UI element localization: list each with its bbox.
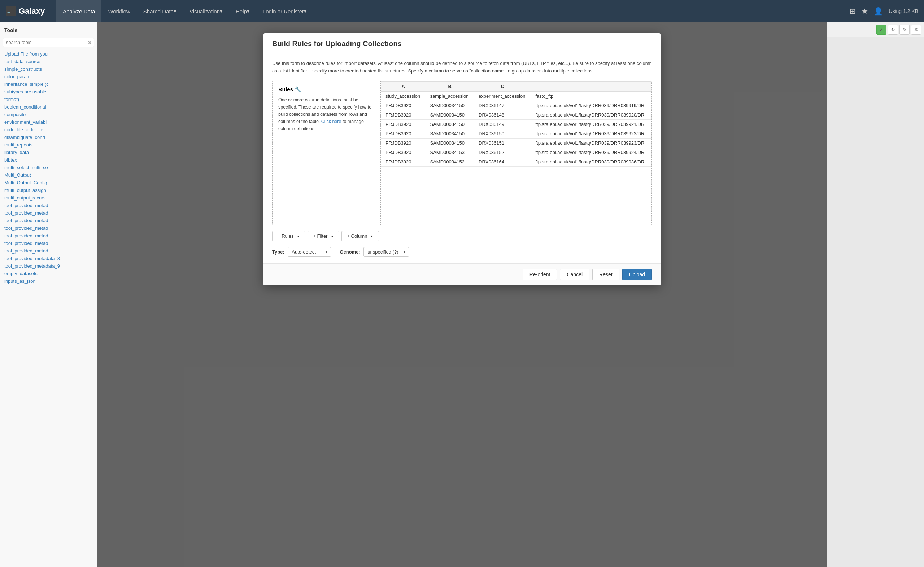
sidebar-link-3[interactable]: color_param	[0, 73, 97, 80]
grid-icon[interactable]: ⊞	[850, 7, 856, 15]
sidebar-link-4[interactable]: inheritance_simple (c	[0, 80, 97, 88]
right-panel-close-icon[interactable]: ✕	[911, 24, 921, 34]
cell-4-3: ftp.sra.ebi.ac.uk/vol1/fastq/DRR039/DRR0…	[531, 138, 652, 147]
data-table: A B C study_accession sample_accession e…	[381, 81, 652, 166]
rules-button-caret: ▲	[296, 234, 300, 238]
reset-button[interactable]: Reset	[592, 269, 619, 280]
sidebar-link-21[interactable]: tool_provided_metad	[0, 209, 97, 217]
cell-5-1: SAMD00034153	[425, 147, 474, 157]
sidebar-link-22[interactable]: tool_provided_metad	[0, 217, 97, 224]
sidebar-link-13[interactable]: library_data	[0, 148, 97, 156]
sidebar-link-30[interactable]: inputs_as_json	[0, 278, 97, 285]
sidebar-link-17[interactable]: Multi_Output_Config	[0, 179, 97, 186]
sidebar-link-26[interactable]: tool_provided_metad	[0, 247, 97, 255]
sidebar-link-7[interactable]: boolean_conditional	[0, 103, 97, 111]
genome-select[interactable]: unspecified (?)	[364, 247, 409, 257]
modal-title: Build Rules for Uploading Collections	[272, 40, 402, 48]
sidebar-link-9[interactable]: environment_variabl	[0, 118, 97, 126]
search-input[interactable]	[3, 38, 94, 47]
table-row: PRJDB3920SAMD00034150DRX036149ftp.sra.eb…	[381, 119, 652, 129]
table-row: PRJDB3920SAMD00034150DRX036150ftp.sra.eb…	[381, 129, 652, 138]
filter-button[interactable]: + Filter ▲	[308, 231, 339, 241]
search-clear-icon[interactable]: ✕	[87, 39, 92, 46]
right-panel: ✓ ↻ ✎ ✕	[826, 22, 924, 567]
modal-dialog: Build Rules for Uploading Collections Us…	[263, 33, 661, 285]
nav-shared-data[interactable]: Shared Data▾	[137, 0, 183, 22]
cell-1-0: PRJDB3920	[381, 110, 426, 119]
user-icon[interactable]: 👤	[874, 7, 883, 15]
galaxy-logo-icon: ≡	[6, 6, 16, 16]
cell-0-0: PRJDB3920	[381, 100, 426, 110]
col-subheader-experiment: experiment_accession	[474, 91, 531, 100]
sidebar-link-24[interactable]: tool_provided_metad	[0, 232, 97, 240]
upload-button[interactable]: Upload	[622, 269, 652, 280]
sidebar-link-10[interactable]: code_file code_file	[0, 126, 97, 134]
sidebar-link-15[interactable]: multi_select multi_se	[0, 164, 97, 171]
sidebar-link-23[interactable]: tool_provided_metad	[0, 224, 97, 232]
sidebar-link-28[interactable]: tool_provided_metadata_9	[0, 262, 97, 270]
column-button[interactable]: + Column ▲	[341, 231, 379, 241]
reorient-button[interactable]: Re-orient	[523, 269, 557, 280]
sidebar-link-11[interactable]: disambiguate_cond	[0, 134, 97, 141]
cell-3-2: DRX036150	[474, 129, 531, 138]
sidebar-link-8[interactable]: composite	[0, 111, 97, 118]
sidebar-link-19[interactable]: multi_output_recurs	[0, 194, 97, 202]
cell-6-1: SAMD00034152	[425, 157, 474, 166]
content-area: Build Rules for Uploading Collections Us…	[98, 22, 826, 567]
sidebar-link-27[interactable]: tool_provided_metadata_8	[0, 255, 97, 262]
top-navbar: ≡ Galaxy Analyze Data Workflow Shared Da…	[0, 0, 924, 22]
sidebar-header: Tools	[0, 25, 97, 36]
col-subheader-sample: sample_accession	[425, 91, 474, 100]
sidebar-link-0[interactable]: Upload File from you	[0, 50, 97, 58]
sidebar-link-29[interactable]: empty_datasets	[0, 270, 97, 278]
column-button-caret: ▲	[370, 234, 374, 238]
sidebar-link-1[interactable]: test_data_source	[0, 58, 97, 65]
sidebar-link-14[interactable]: bibtex	[0, 156, 97, 164]
modal-body: Use this form to describe rules for impo…	[263, 53, 661, 263]
rules-button[interactable]: + Rules ▲	[272, 231, 305, 241]
sidebar-link-18[interactable]: multi_output_assign_	[0, 186, 97, 194]
right-panel-check-icon[interactable]: ✓	[876, 24, 886, 34]
star-icon[interactable]: ★	[862, 7, 868, 15]
col-header-c: C	[474, 81, 531, 91]
cell-6-3: ftp.sra.ebi.ac.uk/vol1/fastq/DRR039/DRR0…	[531, 157, 652, 166]
type-select[interactable]: Auto-detect	[288, 247, 331, 257]
rules-title-text: Rules 🔧	[278, 86, 301, 93]
table-row: PRJDB3920SAMD00034152DRX036164ftp.sra.eb…	[381, 157, 652, 166]
cell-5-2: DRX036152	[474, 147, 531, 157]
right-panel-toolbar: ✓ ↻ ✎ ✕	[827, 22, 924, 37]
click-here-link[interactable]: Click here	[321, 119, 341, 124]
right-panel-refresh-icon[interactable]: ↻	[888, 24, 898, 34]
rules-action-buttons: + Rules ▲ + Filter ▲ + Column ▲	[272, 231, 652, 241]
genome-label: Genome:	[340, 249, 360, 255]
rules-button-label: + Rules	[278, 233, 293, 239]
modal-description: Use this form to describe rules for impo…	[272, 60, 652, 75]
sidebar-link-25[interactable]: tool_provided_metad	[0, 240, 97, 247]
cell-1-2: DRX036148	[474, 110, 531, 119]
nav-help[interactable]: Help▾	[229, 0, 256, 22]
cancel-button[interactable]: Cancel	[560, 269, 589, 280]
modal-footer: Re-orient Cancel Reset Upload	[263, 263, 661, 285]
main-layout: Tools ✕ Upload File from you test_data_s…	[0, 22, 924, 567]
nav-visualization[interactable]: Visualization▾	[183, 0, 229, 22]
col-subheader-fastq: fastq_ftp	[531, 91, 652, 100]
sidebar-link-2[interactable]: simple_constructs	[0, 65, 97, 73]
nav-workflow[interactable]: Workflow	[101, 0, 137, 22]
sidebar-link-12[interactable]: multi_repeats	[0, 141, 97, 148]
right-panel-edit-icon[interactable]: ✎	[900, 24, 910, 34]
column-button-label: + Column	[347, 233, 367, 239]
svg-text:≡: ≡	[7, 9, 10, 14]
col-header-a: A	[381, 81, 426, 91]
sidebar-link-16[interactable]: Multi_Output	[0, 171, 97, 179]
nav-login[interactable]: Login or Register▾	[256, 0, 313, 22]
rules-panel-body: One or more column definitions must be s…	[278, 96, 375, 132]
nav-analyze-data[interactable]: Analyze Data	[56, 0, 101, 22]
cell-2-1: SAMD00034150	[425, 119, 474, 129]
cell-0-1: SAMD00034150	[425, 100, 474, 110]
rules-panel: Rules 🔧 One or more column definitions m…	[272, 81, 652, 225]
storage-usage: Using 1.2 KB	[889, 8, 918, 14]
modal-header: Build Rules for Uploading Collections	[263, 33, 661, 53]
cell-2-0: PRJDB3920	[381, 119, 426, 129]
sidebar-link-20[interactable]: tool_provided_metad	[0, 202, 97, 209]
app-logo[interactable]: ≡ Galaxy	[6, 6, 45, 16]
